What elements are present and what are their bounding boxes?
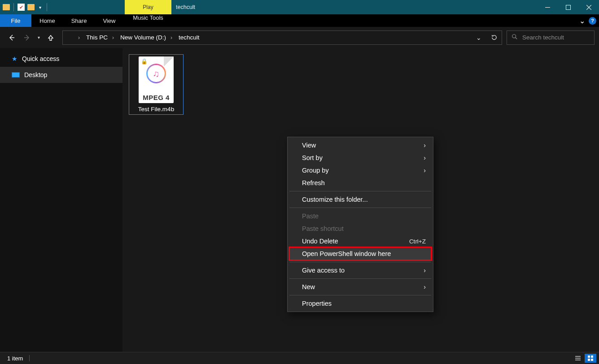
maximize-button[interactable] xyxy=(558,0,578,14)
sidebar-item-label: Quick access xyxy=(22,55,59,62)
tab-music-tools[interactable]: Music Tools xyxy=(125,14,171,21)
ctx-item-undo-delete[interactable]: Undo Delete Ctrl+Z xyxy=(289,235,432,247)
ctx-item-label: View xyxy=(302,142,316,149)
qat-dropdown-icon[interactable]: ▾ xyxy=(37,5,43,10)
ctx-separator xyxy=(289,278,431,279)
chevron-right-icon: › xyxy=(424,283,426,290)
nav-up-button[interactable] xyxy=(46,33,55,42)
search-placeholder: Search techcult xyxy=(522,34,564,41)
ctx-item-group-by[interactable]: Group by › xyxy=(289,164,432,177)
folder-icon xyxy=(3,4,10,10)
title-bar: ✔ ▾ Play techcult xyxy=(0,0,599,14)
ctx-item-open-powershell[interactable]: Open PowerShell window here xyxy=(289,247,431,260)
nav-history-dropdown-icon[interactable]: ▾ xyxy=(38,35,40,40)
separator xyxy=(13,3,14,11)
window-controls xyxy=(537,0,599,14)
svg-rect-3 xyxy=(591,355,593,358)
ctx-item-label: Give access to xyxy=(302,267,345,274)
help-icon[interactable]: ? xyxy=(589,17,596,25)
chevron-right-icon[interactable]: › xyxy=(169,35,174,41)
tab-home[interactable]: Home xyxy=(31,14,63,27)
window-title: techcult xyxy=(176,0,195,14)
chevron-right-icon: › xyxy=(424,167,426,174)
address-folder-icon xyxy=(63,31,76,44)
chevron-right-icon[interactable]: › xyxy=(76,35,82,41)
separator xyxy=(47,3,47,11)
ribbon-context-tab-play: Play xyxy=(125,0,171,14)
ctx-item-label: Customize this folder... xyxy=(302,196,368,203)
ctx-item-sort-by[interactable]: Sort by › xyxy=(289,152,432,164)
address-bar[interactable]: › This PC › New Volume (D:) › techcult ⌄ xyxy=(62,30,502,45)
status-item-count: 1 item xyxy=(7,355,23,362)
ctx-separator xyxy=(289,295,431,295)
file-menu-button[interactable]: File xyxy=(0,14,31,27)
ctx-separator xyxy=(289,191,431,191)
music-note-icon: ♫ xyxy=(146,64,166,83)
chevron-right-icon: › xyxy=(424,154,426,161)
lock-icon: 🔒 xyxy=(141,58,148,65)
chevron-right-icon: › xyxy=(424,142,426,149)
svg-rect-5 xyxy=(591,359,593,361)
star-icon: ★ xyxy=(12,55,17,62)
ctx-item-label: New xyxy=(302,283,315,290)
ctx-item-paste-shortcut: Paste shortcut xyxy=(289,222,432,235)
ctx-item-customize-folder[interactable]: Customize this folder... xyxy=(289,193,432,206)
breadcrumb-volume[interactable]: New Volume (D:) xyxy=(116,31,169,44)
svg-rect-2 xyxy=(588,355,590,358)
ctx-item-refresh[interactable]: Refresh xyxy=(289,177,432,189)
nav-arrows: ▾ xyxy=(7,33,55,42)
separator xyxy=(29,355,30,361)
breadcrumb-label: New Volume (D:) xyxy=(120,34,166,41)
ctx-item-new[interactable]: New › xyxy=(289,281,432,293)
ctx-item-give-access-to[interactable]: Give access to › xyxy=(289,264,432,277)
file-format-label: MPEG 4 xyxy=(143,94,170,101)
svg-point-1 xyxy=(512,35,516,38)
ctx-item-label: Group by xyxy=(302,167,329,174)
chevron-right-icon: › xyxy=(424,267,426,274)
ctx-item-properties[interactable]: Properties xyxy=(289,297,432,310)
ctx-separator xyxy=(289,208,431,208)
svg-rect-4 xyxy=(588,359,590,361)
ribbon-minimize-icon[interactable]: ⌄ xyxy=(579,17,585,25)
ctx-item-label: Open PowerShell window here xyxy=(302,250,391,257)
ctx-item-shortcut: Ctrl+Z xyxy=(409,238,426,245)
sidebar-item-quick-access[interactable]: ★ Quick access xyxy=(0,51,122,67)
ctx-item-label: Undo Delete xyxy=(302,238,338,245)
details-view-button[interactable] xyxy=(572,354,584,363)
search-input[interactable]: Search techcult xyxy=(507,30,595,45)
ctx-item-label: Refresh xyxy=(302,179,325,186)
ctx-item-paste: Paste xyxy=(289,210,432,222)
sidebar-item-label: Desktop xyxy=(24,71,47,78)
breadcrumb-folder[interactable]: techcult xyxy=(174,31,202,44)
file-name-label: Test File.m4b xyxy=(138,106,174,113)
breadcrumb-this-pc[interactable]: This PC xyxy=(82,31,110,44)
new-folder-qat-icon[interactable] xyxy=(27,4,35,10)
ctx-item-label: Sort by xyxy=(302,154,323,161)
sidebar-item-desktop[interactable]: Desktop xyxy=(0,67,122,83)
ctx-item-label: Paste shortcut xyxy=(302,225,344,232)
status-bar: 1 item xyxy=(0,352,599,364)
breadcrumb-label: techcult xyxy=(179,34,200,41)
navigation-pane: ★ Quick access Desktop xyxy=(0,48,122,352)
nav-back-button[interactable] xyxy=(7,33,16,42)
context-menu: View › Sort by › Group by › Refresh Cust… xyxy=(287,137,433,312)
file-thumbnail: 🔒 ♫ MPEG 4 xyxy=(139,56,174,103)
quick-access-toolbar: ✔ ▾ xyxy=(0,0,51,14)
properties-qat-icon[interactable]: ✔ xyxy=(17,4,25,11)
ctx-item-label: Paste xyxy=(302,212,319,220)
address-dropdown-button[interactable]: ⌄ xyxy=(471,31,486,44)
tab-view[interactable]: View xyxy=(95,14,123,27)
search-icon xyxy=(512,34,518,41)
large-icons-view-button[interactable] xyxy=(585,354,596,363)
ctx-item-view[interactable]: View › xyxy=(289,139,432,152)
file-item[interactable]: 🔒 ♫ MPEG 4 Test File.m4b xyxy=(129,54,184,115)
svg-rect-0 xyxy=(566,5,570,9)
refresh-button[interactable] xyxy=(486,31,502,44)
nav-bar: ▾ › This PC › New Volume (D:) › techcult… xyxy=(0,27,599,48)
nav-forward-button[interactable] xyxy=(22,33,31,42)
close-button[interactable] xyxy=(578,0,599,14)
minimize-button[interactable] xyxy=(537,0,558,14)
tab-share[interactable]: Share xyxy=(63,14,95,27)
desktop-icon xyxy=(12,72,20,78)
chevron-right-icon[interactable]: › xyxy=(110,35,116,41)
